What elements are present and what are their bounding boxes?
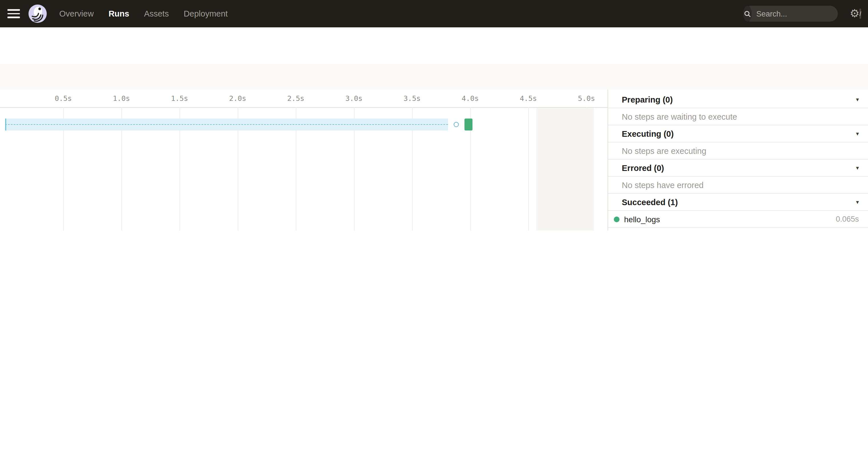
step-status-panel: Preparing (0)▾No steps are waiting to ex… bbox=[608, 89, 868, 230]
nav-item-runs[interactable]: Runs bbox=[108, 9, 129, 18]
nav-item-overview[interactable]: Overview bbox=[59, 9, 94, 18]
nav-links: OverviewRunsAssetsDeployment bbox=[59, 0, 228, 27]
section-title: Errored (0) bbox=[622, 163, 664, 173]
axis-tick-label: 0.5s bbox=[55, 94, 72, 102]
step-marker-dot[interactable] bbox=[454, 122, 459, 127]
section-empty-text: No steps are executing bbox=[622, 146, 706, 155]
axis-tick-label: 2.5s bbox=[287, 94, 304, 102]
chevron-down-icon[interactable]: ▾ bbox=[856, 130, 859, 137]
axis-tick-label: 5.0s bbox=[578, 94, 595, 102]
dagster-logo-icon[interactable] bbox=[29, 5, 47, 23]
axis-gridline bbox=[528, 107, 529, 230]
section-title: Executing (0) bbox=[622, 129, 674, 138]
hamburger-menu-icon[interactable] bbox=[7, 9, 20, 18]
step-success-dot bbox=[614, 216, 620, 222]
axis-tick-label: 3.0s bbox=[345, 94, 363, 102]
axis-tick-label: 3.5s bbox=[404, 94, 421, 102]
settings-gear-icon[interactable]: ⚙ bbox=[850, 7, 860, 20]
step-waiting-dashed-line bbox=[5, 124, 448, 125]
section-empty-row: No steps have errored bbox=[608, 177, 868, 194]
axis-tick-label: 2.0s bbox=[229, 94, 246, 102]
search-input[interactable] bbox=[752, 9, 860, 18]
step-success-bar[interactable] bbox=[464, 119, 472, 130]
section-empty-row: No steps are waiting to execute bbox=[608, 108, 868, 125]
section-empty-row: No steps are executing bbox=[608, 143, 868, 159]
run-header: 219c7b51 Success Run of demo_job @ 4f105… bbox=[0, 27, 868, 64]
section-header[interactable]: Executing (0)▾ bbox=[608, 125, 868, 143]
chevron-down-icon[interactable]: ▾ bbox=[856, 165, 859, 171]
dagster-run-page: OverviewRunsAssetsDeployment / ⚙ 219c7b5… bbox=[0, 0, 868, 230]
step-duration: 0.065s bbox=[836, 215, 859, 223]
axis-tick-label: 1.5s bbox=[171, 94, 188, 102]
chevron-down-icon[interactable]: ▾ bbox=[856, 199, 859, 205]
search-box[interactable]: / bbox=[743, 6, 838, 22]
gantt-toolbar: Hide not started steps Re-e bbox=[0, 64, 868, 89]
section-empty-text: No steps are waiting to execute bbox=[622, 112, 737, 121]
top-nav: OverviewRunsAssetsDeployment / ⚙ bbox=[0, 0, 868, 27]
search-shortcut-key: / bbox=[860, 8, 861, 19]
section-header[interactable]: Errored (0)▾ bbox=[608, 159, 868, 177]
axis-tick-label: 1.0s bbox=[113, 94, 130, 102]
step-row[interactable]: hello_logs0.065s bbox=[608, 211, 868, 228]
step-name[interactable]: hello_logs bbox=[624, 215, 660, 224]
search-icon bbox=[743, 6, 752, 22]
nav-item-deployment[interactable]: Deployment bbox=[184, 9, 228, 18]
chevron-down-icon[interactable]: ▾ bbox=[856, 96, 859, 102]
nav-item-assets[interactable]: Assets bbox=[144, 9, 169, 18]
section-title: Succeeded (1) bbox=[622, 197, 678, 207]
after-run-region bbox=[536, 108, 594, 230]
axis-line bbox=[0, 107, 608, 108]
section-header[interactable]: Succeeded (1)▾ bbox=[608, 194, 868, 211]
axis-tick-label: 4.5s bbox=[520, 94, 537, 102]
section-empty-text: No steps have errored bbox=[622, 180, 704, 189]
section-title: Preparing (0) bbox=[622, 95, 673, 104]
axis-tick-label: 4.0s bbox=[462, 94, 479, 102]
section-header[interactable]: Preparing (0)▾ bbox=[608, 91, 868, 108]
